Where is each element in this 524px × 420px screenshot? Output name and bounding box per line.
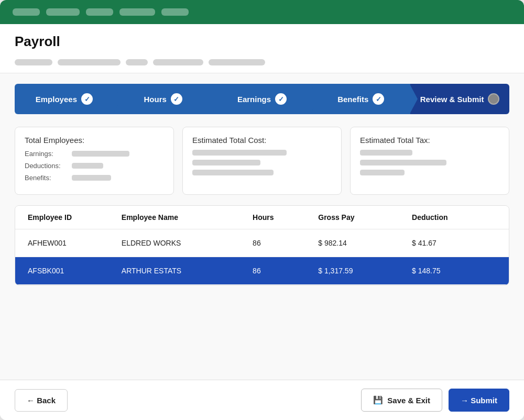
cell-deduction-1: $ 41.67 [412, 239, 496, 247]
breadcrumb-pill-3 [126, 59, 148, 65]
earnings-label: Earnings: [25, 150, 67, 158]
top-bar-pill-1 [13, 8, 40, 16]
col-header-employee-name: Employee Name [122, 213, 253, 222]
step-earnings[interactable]: Earnings ✓ [213, 84, 312, 114]
cell-name-1: ELDRED WORKS [122, 239, 253, 247]
earnings-line: Earnings: [25, 150, 164, 158]
step-employees[interactable]: Employees ✓ [15, 84, 114, 114]
tax-bar-3 [360, 170, 405, 175]
benefits-bar [72, 175, 111, 181]
benefits-line: Benefits: [25, 174, 164, 182]
top-bar-pill-5 [161, 8, 189, 16]
table-row-2[interactable]: AFSBK001 ARTHUR ESTATS 86 $ 1,317.59 $ 1… [15, 257, 509, 285]
cell-deduction-2: $ 148.75 [412, 267, 496, 275]
top-bar [0, 0, 524, 24]
cost-bar-1 [192, 150, 287, 156]
tax-line-2 [360, 160, 499, 165]
tax-line-1 [360, 150, 499, 156]
breadcrumb-pill-2 [58, 59, 121, 65]
table-row-1[interactable]: AFHEW001 ELDRED WORKS 86 $ 982.14 $ 41.6… [15, 229, 509, 257]
submit-label: → Submit [461, 396, 497, 405]
top-bar-pill-2 [46, 8, 80, 16]
cell-id-1: AFHEW001 [28, 239, 122, 247]
deductions-label: Deductions: [25, 162, 67, 170]
save-exit-label: Save & Exit [387, 396, 430, 405]
step-benefits-label: Benefits [337, 95, 368, 104]
tax-bar-1 [360, 150, 412, 156]
earnings-bar [72, 151, 129, 157]
stepper: Employees ✓ Hours ✓ Earnings ✓ Benefits … [15, 84, 509, 114]
summary-card-employees: Total Employees: Earnings: Deductions: B… [15, 127, 174, 195]
step-earnings-label: Earnings [237, 95, 271, 104]
cell-gross-pay-2: $ 1,317.59 [318, 267, 412, 275]
col-header-deduction: Deduction [412, 213, 496, 222]
step-employees-label: Employees [36, 95, 77, 104]
breadcrumb-pill-5 [209, 59, 265, 65]
step-earnings-check: ✓ [275, 93, 287, 105]
tax-line-3 [360, 170, 499, 175]
save-icon: 💾 [373, 395, 383, 405]
payroll-table: Employee ID Employee Name Hours Gross Pa… [15, 205, 509, 285]
summary-card-total-cost: Estimated Total Cost: [182, 127, 342, 195]
step-employees-check: ✓ [81, 93, 93, 105]
cell-hours-2: 86 [253, 267, 318, 275]
col-header-gross-pay: Gross Pay [318, 213, 412, 222]
card-employees-title: Total Employees: [25, 136, 164, 145]
table-header: Employee ID Employee Name Hours Gross Pa… [15, 206, 509, 229]
card-total-tax-title: Estimated Total Tax: [360, 136, 499, 145]
back-button[interactable]: ← Back [15, 389, 68, 412]
save-exit-button[interactable]: 💾 Save & Exit [361, 389, 442, 412]
cell-name-2: ARTHUR ESTATS [122, 267, 253, 275]
step-review-submit[interactable]: Review & Submit [410, 84, 509, 114]
col-header-hours: Hours [253, 213, 318, 222]
step-hours-label: Hours [144, 95, 167, 104]
col-header-employee-id: Employee ID [28, 213, 122, 222]
benefits-label: Benefits: [25, 174, 67, 182]
step-hours[interactable]: Hours ✓ [114, 84, 213, 114]
step-review-submit-label: Review & Submit [420, 95, 484, 104]
top-bar-pill-3 [86, 8, 113, 16]
submit-button[interactable]: → Submit [449, 389, 509, 412]
summary-row: Total Employees: Earnings: Deductions: B… [15, 127, 509, 195]
breadcrumb-pill-4 [153, 59, 203, 65]
step-benefits-check: ✓ [373, 93, 384, 105]
card-total-cost-title: Estimated Total Cost: [192, 136, 332, 145]
top-bar-pill-4 [119, 8, 155, 16]
cost-bar-2 [192, 160, 260, 165]
cell-hours-1: 86 [253, 239, 318, 247]
cost-line-2 [192, 160, 332, 165]
cost-bar-3 [192, 170, 274, 175]
tax-bar-2 [360, 160, 446, 165]
deductions-line: Deductions: [25, 162, 164, 170]
step-benefits[interactable]: Benefits ✓ [311, 84, 410, 114]
breadcrumb-pill-1 [15, 59, 52, 65]
main-content: Employees ✓ Hours ✓ Earnings ✓ Benefits … [0, 73, 524, 380]
cell-gross-pay-1: $ 982.14 [318, 239, 412, 247]
app-window: Payroll Employees ✓ Hours ✓ Earnings ✓ [0, 0, 524, 420]
summary-card-total-tax: Estimated Total Tax: [350, 127, 509, 195]
cost-line-1 [192, 150, 332, 156]
step-review-submit-check [488, 93, 499, 105]
cost-line-3 [192, 170, 332, 175]
footer: ← Back 💾 Save & Exit → Submit [0, 380, 524, 420]
page-header: Payroll [0, 24, 524, 55]
deductions-bar [72, 163, 103, 169]
cell-id-2: AFSBK001 [28, 267, 122, 275]
breadcrumb-bar [0, 55, 524, 73]
page-title: Payroll [15, 34, 509, 50]
footer-right-actions: 💾 Save & Exit → Submit [361, 389, 509, 412]
step-hours-check: ✓ [171, 93, 182, 105]
